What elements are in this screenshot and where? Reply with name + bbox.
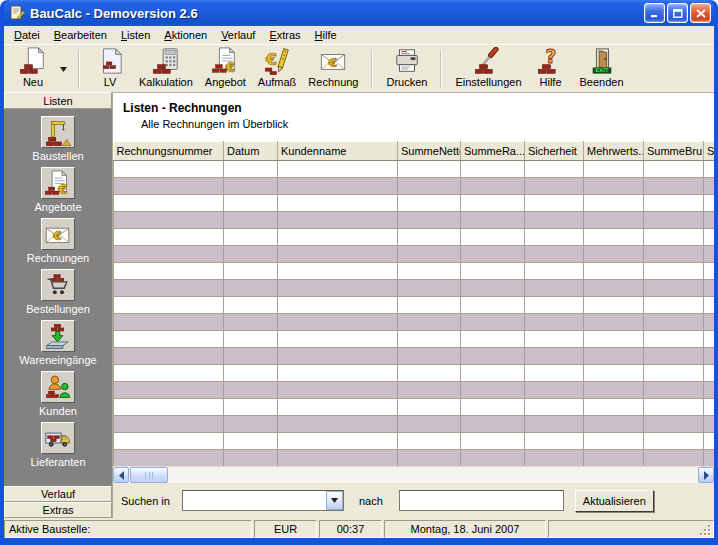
toolbar-button-einstellungen[interactable]: Einstellungen (449, 47, 527, 91)
sidebar-icon-button-angebote[interactable]: € (41, 167, 75, 199)
table-cell (584, 365, 644, 382)
title-bar[interactable]: BauCalc - Demoversion 2.6 (4, 0, 714, 26)
column-header-summera[interactable]: SummeRa... (461, 142, 525, 161)
sidebar-item-angebote[interactable]: €Angebote (34, 167, 81, 213)
table-row[interactable] (114, 382, 715, 399)
neu-dropdown-arrow[interactable] (56, 47, 71, 91)
table-cell (224, 399, 278, 416)
menu-item-listen[interactable]: Listen (114, 27, 157, 44)
sidebar-button-verlauf[interactable]: Verlauf (4, 486, 112, 502)
settings-screwdriver-icon (474, 47, 502, 75)
table-cell (224, 433, 278, 450)
table-row[interactable] (114, 348, 715, 365)
table-cell (398, 229, 461, 246)
table-row[interactable] (114, 212, 715, 229)
invoice-envelope-euro-icon: € (319, 47, 347, 75)
table-cell (224, 450, 278, 467)
menu-item-bearbeiten[interactable]: Bearbeiten (47, 27, 114, 44)
column-header-s[interactable]: S... (704, 142, 715, 161)
table-row[interactable] (114, 195, 715, 212)
table-row[interactable] (114, 280, 715, 297)
table-row[interactable] (114, 416, 715, 433)
column-header-sicherheit[interactable]: Sicherheit (525, 142, 584, 161)
table-row[interactable] (114, 297, 715, 314)
toolbar-button-label: Beenden (580, 76, 624, 88)
table-row[interactable] (114, 399, 715, 416)
sidebar-icon-button-kunden[interactable] (41, 371, 75, 403)
main-content: Listen - Rechnungen Alle Rechnungen im Ü… (112, 92, 714, 518)
toolbar-button-lv[interactable]: LV (87, 47, 133, 91)
column-header-summebru[interactable]: SummeBru... (644, 142, 704, 161)
sidebar-icon-button-bestellungen[interactable] (41, 269, 75, 301)
table-cell (584, 280, 644, 297)
nach-label: nach (359, 495, 383, 507)
page-title: Listen - Rechnungen (123, 101, 714, 115)
sidebar-header-listen[interactable]: Listen (4, 92, 112, 109)
refresh-button[interactable]: Aktualisieren (575, 490, 654, 512)
sidebar-item-baustellen[interactable]: Baustellen (32, 116, 83, 162)
column-header-rechnungsnummer[interactable]: Rechnungsnummer (114, 142, 224, 161)
close-button[interactable] (690, 3, 711, 23)
sidebar-button-extras[interactable]: Extras (4, 502, 112, 518)
toolbar-button-label: LV (104, 76, 117, 88)
sidebar-item-lieferanten[interactable]: Lieferanten (30, 422, 85, 468)
toolbar-button-angebot[interactable]: €Angebot (199, 47, 252, 91)
sidebar-item-rechnungen[interactable]: €Rechnungen (27, 218, 89, 264)
horizontal-scrollbar[interactable] (113, 466, 714, 483)
sidebar-item-wareneingaenge[interactable]: Wareneingänge (19, 320, 96, 366)
table-cell (114, 280, 224, 297)
column-header-mehrwerts[interactable]: Mehrwerts... (584, 142, 644, 161)
search-field-combo-input[interactable] (183, 491, 326, 510)
toolbar-button-kalkulation[interactable]: Kalkulation (133, 47, 199, 91)
scrollbar-grip (145, 472, 153, 479)
table-row[interactable] (114, 331, 715, 348)
table-cell (114, 314, 224, 331)
toolbar-button-rechnung[interactable]: €Rechnung (302, 47, 364, 91)
column-header-summenetto[interactable]: SummeNetto (398, 142, 461, 161)
menu-item-hilfe[interactable]: Hilfe (308, 27, 344, 44)
toolbar-button-label: Hilfe (540, 76, 562, 88)
column-header-datum[interactable]: Datum (224, 142, 278, 161)
maximize-button[interactable] (667, 3, 688, 23)
toolbar-button-beenden[interactable]: EXITBeenden (574, 47, 630, 91)
sidebar-icon-button-wareneingaenge[interactable] (41, 320, 75, 352)
table-cell (114, 365, 224, 382)
toolbar-button-drucken[interactable]: Drucken (380, 47, 433, 91)
menu-item-aktionen[interactable]: Aktionen (157, 27, 214, 44)
scroll-right-button[interactable] (698, 467, 714, 483)
table-cell (278, 263, 398, 280)
column-header-kundenname[interactable]: Kundenname (278, 142, 398, 161)
table-cell (704, 416, 715, 433)
table-row[interactable] (114, 365, 715, 382)
table-cell (114, 297, 224, 314)
table-row[interactable] (114, 450, 715, 467)
table-row[interactable] (114, 433, 715, 450)
sidebar-icon-button-baustellen[interactable] (41, 116, 75, 148)
menu-item-datei[interactable]: Datei (7, 27, 47, 44)
search-field-combobox[interactable] (182, 490, 344, 511)
table-row[interactable] (114, 161, 715, 178)
table-row[interactable] (114, 263, 715, 280)
toolbar-button-hilfe[interactable]: ?Hilfe (528, 47, 574, 91)
table-row[interactable] (114, 246, 715, 263)
table-row[interactable] (114, 314, 715, 331)
toolbar-button-neu[interactable]: Neu (10, 47, 56, 91)
table-cell (278, 382, 398, 399)
menu-item-extras[interactable]: Extras (262, 27, 307, 44)
combo-dropdown-button[interactable] (326, 491, 343, 510)
table-row[interactable] (114, 178, 715, 195)
sidebar-item-bestellungen[interactable]: Bestellungen (26, 269, 90, 315)
menu-item-verlauf[interactable]: Verlauf (214, 27, 262, 44)
scrollbar-track[interactable] (168, 467, 698, 483)
sidebar-item-kunden[interactable]: Kunden (39, 371, 77, 417)
scrollbar-thumb[interactable] (130, 467, 168, 483)
resize-grip[interactable] (699, 524, 712, 537)
table-row[interactable] (114, 229, 715, 246)
sidebar-icon-button-rechnungen[interactable]: € (41, 218, 75, 250)
minimize-button[interactable] (644, 3, 665, 23)
sidebar-icon-button-lieferanten[interactable] (41, 422, 75, 454)
table-cell (398, 314, 461, 331)
scroll-left-button[interactable] (113, 467, 129, 483)
search-term-input[interactable] (399, 490, 564, 511)
toolbar-button-aufmass[interactable]: €Aufmaß (252, 47, 303, 91)
